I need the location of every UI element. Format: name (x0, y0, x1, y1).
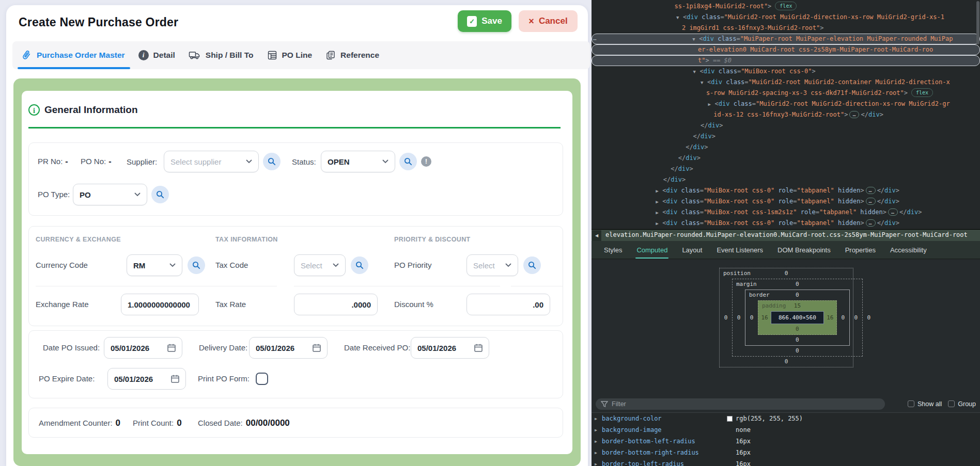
print-po-form-checkbox[interactable] (256, 373, 268, 385)
dom-tree-line[interactable]: id-xs-12 css-16fnxy3-MuiGrid2-root">…</d… (592, 109, 980, 120)
po-priority-search-button[interactable] (523, 256, 541, 274)
expand-arrow-icon[interactable]: ▶ (595, 462, 602, 466)
expand-arrow-icon[interactable]: ▶ (656, 197, 662, 207)
status-search-button[interactable] (399, 153, 417, 170)
collapsed-children-icon[interactable]: … (849, 111, 859, 118)
breadcrumb-back-button[interactable]: ◀ (592, 230, 602, 242)
collapsed-children-icon[interactable]: … (866, 187, 876, 194)
show-all-checkbox[interactable]: Show all (908, 400, 942, 408)
scrollbar-thumb[interactable] (976, 1, 979, 44)
date-received-po-input[interactable]: 05/01/2026 (411, 337, 489, 359)
expand-arrow-icon[interactable]: ▶ (595, 451, 602, 455)
dom-tree-line-selected[interactable]: t"> == $0 (592, 55, 980, 66)
devtools-tab-event-listeners[interactable]: Event Listeners (717, 241, 763, 259)
status-select[interactable]: OPEN (321, 151, 395, 172)
cancel-button[interactable]: × Cancel (519, 10, 578, 32)
breadcrumb[interactable]: elevation.MuiPaper-rounded.MuiPaper-elev… (602, 230, 980, 242)
exchange-rate-input[interactable]: 1.0000000000000 (121, 294, 199, 315)
print-po-form-label: Print PO Form: (198, 374, 250, 383)
tab-reference[interactable]: Reference (325, 41, 379, 69)
filter-input[interactable]: Filter (596, 398, 885, 410)
devtools-tab-dom-breakpoints[interactable]: DOM Breakpoints (777, 241, 831, 259)
dom-tree-line[interactable]: ▶<div class="MuiBox-root css-1sm2s1z" ro… (592, 207, 980, 218)
supplier-select[interactable]: Select supplier (164, 151, 259, 172)
dom-tree-line[interactable]: ss-1pi8xg4-MuiGrid2-root">flex (592, 1, 980, 12)
expand-arrow-icon[interactable]: ▶ (708, 99, 715, 110)
dom-tree-line[interactable]: ▼<div class="MuiBox-root css-0"> (592, 66, 980, 77)
currency-code-select[interactable]: RM (127, 254, 182, 276)
dom-tree-line[interactable]: 2 imgGird1 css-16fnxy3-MuiGrid2-root"> (592, 23, 980, 34)
devtools-tab-layout[interactable]: Layout (682, 241, 702, 259)
tax-code-search-button[interactable] (351, 256, 368, 274)
group-checkbox[interactable]: Group (948, 400, 976, 408)
calendar-icon (170, 374, 180, 384)
supplier-search-button[interactable] (263, 153, 281, 170)
computed-property-row[interactable]: ▶background-colorrgb(255, 255, 255) (592, 413, 980, 424)
dom-tree-line-selected[interactable]: er-elevation0 MuiCard-root css-2s58ym-Mu… (592, 44, 980, 55)
chevron-down-icon (382, 159, 388, 164)
collapsed-children-icon[interactable]: … (866, 198, 876, 205)
discount-input[interactable]: .00 (466, 294, 550, 315)
dom-tree-line[interactable]: ▶<div class="MuiBox-root css-0" role="ta… (592, 218, 980, 229)
expand-arrow-icon[interactable]: ▼ (701, 77, 707, 88)
tab-purchase-order-master[interactable]: Purchase Order Master (21, 41, 125, 69)
dom-tree-line[interactable]: ▶<div class="MuiBox-root css-0" role="ta… (592, 196, 980, 207)
expand-arrow-icon[interactable]: ▶ (595, 439, 602, 444)
expand-arrow-icon[interactable]: ▶ (595, 428, 602, 432)
expand-arrow-icon[interactable]: ▼ (692, 34, 699, 45)
box-model-content[interactable]: 866.400×560 (771, 311, 824, 324)
delivery-date-input[interactable]: 05/01/2026 (249, 337, 328, 359)
box-model-margin[interactable]: margin0 0 border0 0 padding15 (732, 279, 863, 357)
expand-arrow-icon[interactable]: ▼ (676, 12, 683, 23)
expand-arrow-icon[interactable]: ▶ (656, 207, 662, 218)
dom-tree-line[interactable]: s-row MuiGrid2-spacing-xs-3 css-dkd71f-M… (592, 88, 980, 99)
dom-tree-line[interactable]: </div> (592, 174, 980, 185)
dom-tree-line[interactable]: </div> (592, 131, 980, 142)
computed-property-row[interactable]: ▶border-top-left-radius16px (592, 458, 980, 466)
dom-tree-line[interactable]: </div> (592, 164, 980, 174)
flex-badge[interactable]: flex (775, 2, 797, 10)
save-button[interactable]: ✓ Save (458, 10, 511, 32)
po-priority-select[interactable]: Select (466, 254, 518, 276)
dom-tree-line[interactable]: </div> (592, 153, 980, 164)
po-type-select[interactable]: PO (73, 184, 147, 205)
expand-arrow-icon[interactable]: ▶ (656, 186, 662, 197)
po-expire-date-input[interactable]: 05/01/2026 (107, 368, 186, 390)
dom-tree-line[interactable]: ▶<div class="MuiGrid2-root MuiGrid2-dire… (592, 99, 980, 109)
date-po-issued-input[interactable]: 05/01/2026 (104, 337, 182, 359)
currency-search-button[interactable] (188, 256, 205, 274)
collapsed-children-icon[interactable]: … (866, 219, 876, 227)
dom-tree-line-selected[interactable]: ⋯▼<div class="MuiPaper-root MuiPaper-ele… (592, 34, 980, 44)
box-model-border[interactable]: border0 0 padding15 16 866.400×560 (745, 290, 850, 346)
expand-arrow-icon[interactable]: ▼ (693, 67, 700, 77)
dom-tree-line[interactable]: ▼<div class="MuiGrid2-root MuiGrid2-dire… (592, 12, 980, 23)
dom-tree-line[interactable]: ▼<div class="MuiGrid2-root MuiGrid2-cont… (592, 77, 980, 88)
collapsed-children-icon[interactable]: … (888, 208, 898, 216)
expand-arrow-icon[interactable]: ▶ (656, 218, 662, 229)
devtools-tab-accessibility[interactable]: Accessibility (890, 241, 927, 259)
expand-arrow-icon[interactable]: ▶ (595, 416, 602, 421)
dates-fieldset: Date PO Issued: 05/01/2026 Delivery Date… (28, 330, 563, 398)
box-model-padding[interactable]: padding15 16 866.400×560 16 0 (758, 300, 837, 335)
computed-property-row[interactable]: ▶border-bottom-right-radius16px (592, 447, 980, 458)
devtools-tab-styles[interactable]: Styles (604, 241, 622, 259)
devtools-tab-computed[interactable]: Computed (636, 241, 667, 259)
tax-code-select[interactable]: Select (294, 254, 346, 276)
computed-property-row[interactable]: ▶border-bottom-left-radius16px (592, 436, 980, 447)
tab-ship-bill-to[interactable]: Ship / Bill To (189, 41, 254, 69)
currency-group-header: CURRENCY & EXCHANGE (36, 236, 121, 243)
po-type-search-button[interactable] (151, 186, 169, 203)
tab-po-line[interactable]: PO Line (267, 41, 313, 69)
computed-property-row[interactable]: ▶background-imagenone (592, 424, 980, 436)
dom-tree-line[interactable]: </div> (592, 142, 980, 153)
dom-tree-line[interactable]: ▶<div class="MuiBox-root css-0" role="ta… (592, 185, 980, 196)
tab-detail[interactable]: iDetail (138, 41, 175, 69)
box-model-position[interactable]: position0 0 margin0 0 border0 0 (719, 268, 853, 367)
more-actions-icon[interactable]: ⋯ (593, 34, 600, 45)
dom-tree-line[interactable]: </div> (592, 120, 980, 131)
devtools-tab-properties[interactable]: Properties (845, 241, 876, 259)
date-received-po-label: Date Received PO: (344, 343, 410, 352)
tax-rate-input[interactable]: .0000 (294, 294, 378, 315)
color-swatch-icon[interactable] (727, 416, 733, 422)
flex-badge[interactable]: flex (911, 88, 933, 97)
